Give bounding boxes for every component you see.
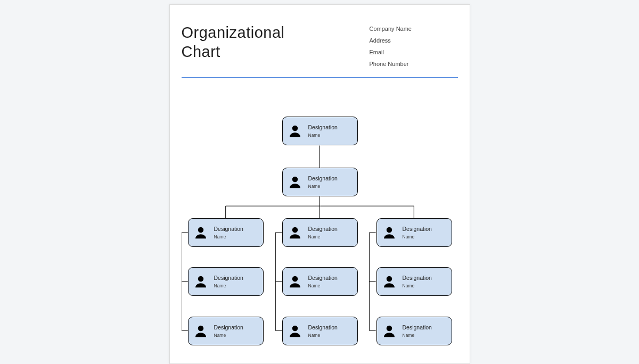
svg-point-22 (386, 227, 392, 233)
svg-point-27 (292, 326, 298, 332)
company-phone: Phone Number (370, 58, 455, 70)
org-node-top: Designation Name (282, 117, 358, 145)
org-node-name: Name (214, 234, 243, 239)
org-node-name: Name (214, 283, 243, 288)
org-node-col3-r2: DesignationName (376, 267, 452, 296)
org-node-name: Name (308, 283, 338, 288)
org-node-name: Name (214, 333, 243, 338)
org-node-designation: Designation (308, 275, 338, 282)
header: Organizational Chart Company Name Addres… (182, 20, 458, 77)
svg-point-21 (292, 227, 298, 233)
person-icon (287, 323, 303, 339)
company-email: Email (370, 46, 455, 58)
person-icon (287, 174, 303, 190)
org-node-col2-r1: DesignationName (282, 218, 358, 247)
org-node-name: Name (403, 283, 432, 288)
org-node-designation: Designation (308, 175, 338, 182)
org-node-designation: Designation (308, 124, 338, 131)
org-node-name: Name (403, 333, 432, 338)
company-name: Company Name (370, 23, 455, 35)
person-icon (287, 123, 303, 139)
svg-point-25 (386, 276, 392, 282)
title-line-1: Organizational (182, 24, 285, 41)
svg-point-24 (292, 276, 298, 282)
title-line-2: Chart (182, 43, 220, 60)
svg-point-18 (292, 126, 298, 131)
svg-point-19 (292, 177, 298, 183)
org-node-col3-r3: DesignationName (376, 317, 452, 345)
org-chart: Designation Name Designation Name Design… (182, 82, 458, 364)
org-node-designation: Designation (403, 324, 432, 331)
person-icon (193, 274, 209, 289)
org-node-col2-r3: DesignationName (282, 317, 358, 345)
org-node-name: Name (308, 133, 338, 138)
org-node-designation: Designation (214, 275, 243, 282)
org-node-mid: Designation Name (282, 168, 358, 196)
svg-point-23 (198, 276, 203, 282)
header-divider (182, 77, 458, 78)
person-icon (193, 225, 209, 241)
svg-point-26 (198, 326, 203, 332)
person-icon (381, 323, 397, 339)
person-icon (287, 274, 303, 289)
org-node-col1-r1: DesignationName (188, 218, 264, 247)
org-node-designation: Designation (214, 324, 243, 331)
org-node-col3-r1: DesignationName (376, 218, 452, 247)
org-node-designation: Designation (308, 226, 338, 233)
org-node-designation: Designation (214, 226, 243, 233)
org-node-designation: Designation (403, 275, 432, 282)
org-node-name: Name (308, 184, 338, 189)
org-node-name: Name (308, 234, 338, 239)
person-icon (193, 323, 209, 339)
document-page: Organizational Chart Company Name Addres… (169, 4, 470, 364)
company-meta: Company Name Address Email Phone Number (370, 20, 458, 70)
org-node-name: Name (403, 234, 432, 239)
person-icon (381, 274, 397, 289)
org-node-col2-r2: DesignationName (282, 267, 358, 296)
person-icon (381, 225, 397, 241)
org-node-col1-r2: DesignationName (188, 267, 264, 296)
company-address: Address (370, 35, 455, 46)
org-node-col1-r3: DesignationName (188, 317, 264, 345)
org-node-designation: Designation (308, 324, 338, 331)
org-node-name: Name (308, 333, 338, 338)
svg-point-20 (198, 227, 203, 233)
svg-point-28 (386, 326, 392, 332)
person-icon (287, 225, 303, 241)
org-node-designation: Designation (403, 226, 432, 233)
page-title: Organizational Chart (182, 23, 285, 62)
